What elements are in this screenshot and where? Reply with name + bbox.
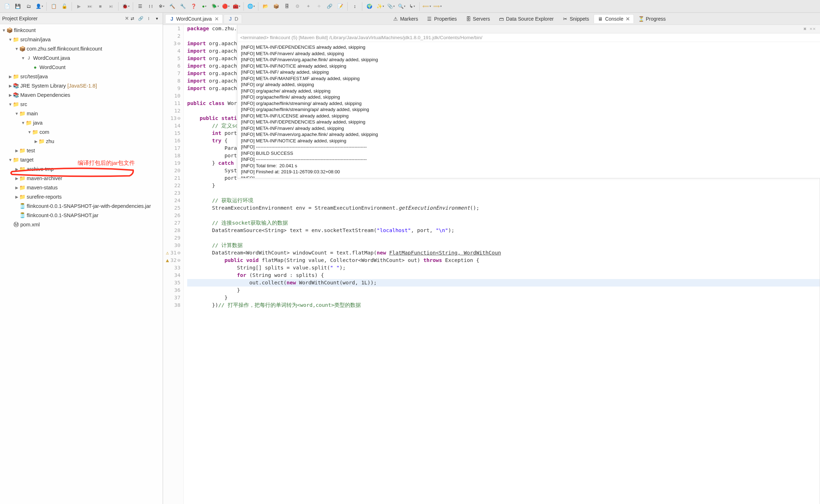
- code-line[interactable]: for (String word : splits) {: [187, 272, 820, 279]
- code-line[interactable]: [187, 234, 820, 242]
- expand-arrow-icon[interactable]: ▼: [1, 26, 6, 34]
- expand-arrow-icon[interactable]: ▼: [8, 100, 13, 108]
- tree-item[interactable]: ▼📁main: [0, 109, 163, 118]
- resume-icon[interactable]: ⏯: [106, 1, 116, 11]
- code-line[interactable]: }: [187, 294, 820, 301]
- expand-arrow-icon[interactable]: ▶: [8, 91, 13, 99]
- code-line[interactable]: // 计算数据: [187, 242, 820, 249]
- tree-item[interactable]: 🫙flinkcount-0.0.1-SNAPSHOT-jar-with-depe…: [0, 201, 163, 211]
- tree-item[interactable]: ▶📁maven-archiver: [0, 174, 163, 183]
- code-line[interactable]: [187, 189, 820, 197]
- step-icon[interactable]: ↕: [350, 1, 360, 11]
- code-line[interactable]: String[] splits = value.split(" ");: [187, 264, 820, 272]
- collapse-icon[interactable]: ⇄: [129, 15, 136, 22]
- view-tab-markers[interactable]: ⚠Markers: [389, 14, 422, 23]
- code-line[interactable]: DataStream<WordWithCount> windowCount = …: [187, 249, 820, 257]
- clipboard-icon[interactable]: 📎▾: [386, 1, 396, 11]
- package-icon[interactable]: 📦: [271, 1, 281, 11]
- expand-arrow-icon[interactable]: ▼: [14, 45, 19, 53]
- expand-arrow-icon[interactable]: ▶: [14, 174, 19, 182]
- focus-icon[interactable]: ⫶: [145, 15, 152, 22]
- tree-item[interactable]: ▼📁com: [0, 127, 163, 137]
- tree-item[interactable]: ▼📦com.zhu.self.flinkcount.flinkcount: [0, 44, 163, 53]
- tree-item[interactable]: ▼JWordCount.java: [0, 53, 163, 63]
- expand-arrow-icon[interactable]: ▼: [8, 156, 13, 164]
- tree-item[interactable]: Ⓜpom.xml: [0, 220, 163, 229]
- code-line[interactable]: DataStreamSource<String> text = env.sock…: [187, 227, 820, 234]
- doc-icon[interactable]: 📝: [335, 1, 345, 11]
- tree-item[interactable]: ▼📁src/main/java: [0, 35, 163, 44]
- code-line[interactable]: })// 打平操作，把每行的单词转为<word,count>类型的数据: [187, 301, 820, 309]
- expand-arrow-icon[interactable]: ▼: [27, 128, 32, 136]
- expand-arrow-icon[interactable]: ▼: [21, 119, 26, 127]
- globe-icon[interactable]: 🌐▾: [246, 1, 256, 11]
- skip-icon[interactable]: ⏭: [85, 1, 95, 11]
- outline2-icon[interactable]: ⫶⫶: [146, 1, 156, 11]
- expand-arrow-icon[interactable]: ▶: [8, 82, 13, 90]
- expand-arrow-icon[interactable]: ▶: [8, 73, 13, 80]
- code-line[interactable]: StreamExecutionEnvironment env = StreamE…: [187, 204, 820, 212]
- debug-icon[interactable]: 🐞▾: [121, 1, 131, 11]
- git-icon[interactable]: ⚙: [293, 1, 303, 11]
- code-line[interactable]: [187, 212, 820, 219]
- expand-arrow-icon[interactable]: ▶: [14, 165, 19, 173]
- link-icon[interactable]: 🔗: [325, 1, 335, 11]
- code-line[interactable]: public void flatMap(String value, Collec…: [187, 257, 820, 264]
- link-editor-icon[interactable]: 🔗: [137, 15, 144, 22]
- tree-item[interactable]: ▶📚Maven Dependencies: [0, 90, 163, 100]
- view-tab-console[interactable]: 🖥Console✕: [594, 14, 634, 23]
- back-icon[interactable]: ⟸▾: [422, 1, 432, 11]
- new-folder-icon[interactable]: 📂: [261, 1, 270, 11]
- view-tab-servers[interactable]: 🗄Servers: [462, 14, 494, 23]
- tree-item[interactable]: ▶📁zhu: [0, 137, 163, 146]
- tree-item[interactable]: ▼📁src: [0, 100, 163, 109]
- view-tab-progress[interactable]: ⏳Progress: [635, 14, 670, 23]
- expand-arrow-icon[interactable]: ▼: [8, 36, 13, 43]
- nav-icon[interactable]: 🔍▾: [396, 1, 406, 11]
- console-removeall-icon[interactable]: ⨯⨯: [809, 26, 816, 32]
- wand2-icon[interactable]: ✦: [303, 1, 313, 11]
- tree-item[interactable]: ▶📁surefire-reports: [0, 192, 163, 201]
- step-in-icon[interactable]: ↳▾: [407, 1, 417, 11]
- debug-run-icon[interactable]: 🪲▾: [210, 1, 220, 11]
- save-icon[interactable]: 💾: [13, 1, 23, 11]
- config-icon[interactable]: ❓: [189, 1, 199, 11]
- code-line[interactable]: }: [187, 287, 820, 294]
- expand-arrow-icon[interactable]: ▼: [21, 54, 26, 62]
- outline-icon[interactable]: ☰: [135, 1, 145, 11]
- view-tab-data-source-explorer[interactable]: 🗃Data Source Explorer: [495, 14, 558, 23]
- magic-icon[interactable]: ✨▾: [375, 1, 385, 11]
- search-config-icon[interactable]: 🔧: [178, 1, 188, 11]
- filter-icon[interactable]: ※▾: [157, 1, 167, 11]
- code-line[interactable]: out.collect(new WordWithCount(word, 1L))…: [187, 279, 820, 287]
- new-icon[interactable]: 📄: [2, 1, 12, 11]
- tree-item[interactable]: ▶📁test: [0, 146, 163, 155]
- open-icon[interactable]: 🔓: [59, 1, 69, 11]
- saveall-icon[interactable]: 🗂: [23, 1, 33, 11]
- tree-item[interactable]: ●WordCount: [0, 63, 163, 72]
- project-tree[interactable]: ▼📦flinkcount▼📁src/main/java▼📦com.zhu.sel…: [0, 24, 163, 504]
- tree-item[interactable]: ▼📁java: [0, 118, 163, 127]
- wrench-icon[interactable]: 🗄: [282, 1, 292, 11]
- view-tab-properties[interactable]: ☰Properties: [423, 14, 461, 23]
- tree-item[interactable]: ▶📁maven-status: [0, 183, 163, 192]
- run-icon[interactable]: ▶: [74, 1, 84, 11]
- code-line[interactable]: // 连接socket获取输入的数据: [187, 219, 820, 227]
- wand3-icon[interactable]: ✧: [314, 1, 324, 11]
- tree-item[interactable]: 🫙flinkcount-0.0.1-SNAPSHOT.jar: [0, 211, 163, 220]
- code-line[interactable]: }: [187, 182, 820, 189]
- person-icon[interactable]: 👤▾: [34, 1, 44, 11]
- editor-tab-wordcount[interactable]: J WordCount.java ✕: [165, 14, 223, 23]
- run-ext-icon[interactable]: 🧰▾: [231, 1, 241, 11]
- run-green-icon[interactable]: ●▾: [199, 1, 209, 11]
- external-icon[interactable]: 🔴▾: [221, 1, 231, 11]
- forward-icon[interactable]: ⟹▾: [432, 1, 442, 11]
- console-remove-icon[interactable]: ✖: [801, 26, 808, 32]
- copy-icon[interactable]: 📋: [49, 1, 59, 11]
- tab-close-icon[interactable]: ✕: [215, 16, 219, 22]
- tree-item[interactable]: ▶📁src/test/java: [0, 72, 163, 81]
- expand-arrow-icon[interactable]: ▶: [14, 184, 19, 191]
- expand-arrow-icon[interactable]: ▶: [14, 147, 19, 154]
- stop-icon[interactable]: ■: [95, 1, 105, 11]
- close-icon[interactable]: ✕: [125, 16, 129, 21]
